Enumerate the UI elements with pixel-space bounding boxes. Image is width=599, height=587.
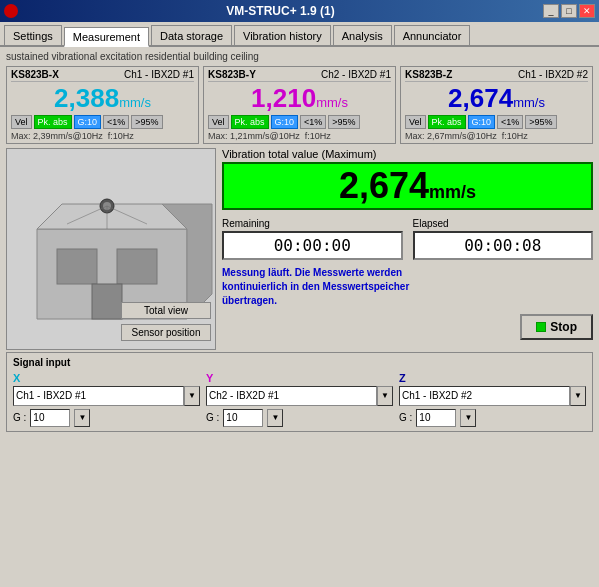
signal-dropdown-btn-z[interactable]: ▼: [570, 386, 586, 406]
signal-col-x: X ▼ G : ▼: [13, 372, 200, 427]
svg-rect-6: [92, 284, 122, 319]
signal-select-x[interactable]: [13, 386, 184, 406]
app-icon: [4, 4, 18, 18]
signal-g-label-z: G :: [399, 412, 412, 423]
sensor-header-y: KS823B-Y Ch2 - IBX2D #1: [208, 69, 391, 82]
stop-label: Stop: [550, 320, 577, 334]
vib-total-box: 2,674mm/s: [222, 162, 593, 210]
signal-g-input-x[interactable]: [30, 409, 70, 427]
signal-g-input-z[interactable]: [416, 409, 456, 427]
remaining-value: 00:00:00: [222, 231, 403, 260]
tab-vibrationhistory[interactable]: Vibration history: [234, 25, 331, 45]
tab-annunciator[interactable]: Annunciator: [394, 25, 471, 45]
sensor-btn-gt95-y[interactable]: >95%: [328, 115, 359, 129]
sensor-header-z: KS823B-Z Ch1 - IBX2D #2: [405, 69, 588, 82]
sensor-btns-z: Vel Pk. abs G:10 <1% >95%: [405, 115, 588, 129]
elapsed-value: 00:00:08: [413, 231, 594, 260]
vib-total-label: Vibration total value (Maximum): [222, 148, 593, 160]
signal-row: X ▼ G : ▼ Y ▼ G :: [13, 372, 586, 427]
vib-total-value: 2,674mm/s: [232, 168, 583, 204]
sensor-btn-g10-y[interactable]: G:10: [271, 115, 299, 129]
minimize-button[interactable]: _: [543, 4, 559, 18]
tab-analysis[interactable]: Analysis: [333, 25, 392, 45]
signal-g-label-y: G :: [206, 412, 219, 423]
building-panel: Total view Sensor position: [6, 148, 216, 350]
stop-btn-row: Stop: [222, 314, 593, 340]
sensor-max-y: Max: 1,21mm/s@10Hz f:10Hz: [208, 131, 391, 141]
sensor-id-y: KS823B-Y: [208, 69, 256, 80]
window-title: VM-STRUC+ 1.9 (1): [18, 4, 543, 18]
sensor-id-z: KS823B-Z: [405, 69, 452, 80]
right-panel: Vibration total value (Maximum) 2,674mm/…: [222, 148, 593, 350]
subtitle: sustained vibrational excitation residen…: [6, 51, 593, 62]
sensor-max-x: Max: 2,39mm/s@10Hz f:10Hz: [11, 131, 194, 141]
sensor-btn-vel-y[interactable]: Vel: [208, 115, 229, 129]
sensor-row: KS823B-X Ch1 - IBX2D #1 2,388mm/s Vel Pk…: [6, 66, 593, 144]
sensor-btn-vel-x[interactable]: Vel: [11, 115, 32, 129]
axis-label-z: Z: [399, 372, 586, 384]
sensor-btn-gt95-x[interactable]: >95%: [131, 115, 162, 129]
signal-g-input-y[interactable]: [223, 409, 263, 427]
signal-g-btn-z[interactable]: ▼: [460, 409, 476, 427]
svg-rect-4: [57, 249, 97, 284]
sensor-box-x: KS823B-X Ch1 - IBX2D #1 2,388mm/s Vel Pk…: [6, 66, 199, 144]
sensor-btn-lt1-x[interactable]: <1%: [103, 115, 129, 129]
signal-dropdown-btn-y[interactable]: ▼: [377, 386, 393, 406]
main-content: sustained vibrational excitation residen…: [0, 47, 599, 436]
signal-select-row-y: ▼: [206, 386, 393, 406]
svg-rect-5: [117, 249, 157, 284]
sensor-btn-g10-x[interactable]: G:10: [74, 115, 102, 129]
signal-g-row-y: G : ▼: [206, 409, 393, 427]
tab-measurement[interactable]: Measurement: [64, 27, 149, 47]
sensor-btn-pkabs-y[interactable]: Pk. abs: [231, 115, 269, 129]
sensor-btn-lt1-y[interactable]: <1%: [300, 115, 326, 129]
sensor-btn-gt95-z[interactable]: >95%: [525, 115, 556, 129]
lower-section: Total view Sensor position Vibration tot…: [6, 148, 593, 350]
signal-input-title: Signal input: [13, 357, 586, 368]
status-message: Messung läuft. Die Messwerte werdenkonti…: [222, 266, 593, 308]
elapsed-label: Elapsed: [413, 218, 594, 229]
signal-g-btn-x[interactable]: ▼: [74, 409, 90, 427]
timing-row: Remaining 00:00:00 Elapsed 00:00:08: [222, 218, 593, 260]
sensor-header-x: KS823B-X Ch1 - IBX2D #1: [11, 69, 194, 82]
signal-select-y[interactable]: [206, 386, 377, 406]
signal-section: Signal input X ▼ G : ▼ Y: [6, 352, 593, 432]
tab-bar: Settings Measurement Data storage Vibrat…: [0, 22, 599, 47]
stop-indicator: [536, 322, 546, 332]
close-button[interactable]: ✕: [579, 4, 595, 18]
sensor-box-z: KS823B-Z Ch1 - IBX2D #2 2,674mm/s Vel Pk…: [400, 66, 593, 144]
signal-g-btn-y[interactable]: ▼: [267, 409, 283, 427]
sensor-max-z: Max: 2,67mm/s@10Hz f:10Hz: [405, 131, 588, 141]
sensor-position-button[interactable]: Sensor position: [121, 324, 211, 341]
stop-button[interactable]: Stop: [520, 314, 593, 340]
sensor-btn-g10-z[interactable]: G:10: [468, 115, 496, 129]
sensor-value-z: 2,674mm/s: [405, 84, 588, 113]
tab-datastorage[interactable]: Data storage: [151, 25, 232, 45]
remaining-box: Remaining 00:00:00: [222, 218, 403, 260]
sensor-ch-x: Ch1 - IBX2D #1: [124, 69, 194, 80]
building-image: Total view Sensor position: [7, 149, 215, 349]
tab-settings[interactable]: Settings: [4, 25, 62, 45]
signal-g-row-z: G : ▼: [399, 409, 586, 427]
total-view-button[interactable]: Total view: [121, 302, 211, 319]
sensor-box-y: KS823B-Y Ch2 - IBX2D #1 1,210mm/s Vel Pk…: [203, 66, 396, 144]
building-svg: [7, 149, 215, 349]
signal-col-y: Y ▼ G : ▼: [206, 372, 393, 427]
sensor-ch-z: Ch1 - IBX2D #2: [518, 69, 588, 80]
signal-select-z[interactable]: [399, 386, 570, 406]
signal-select-row-z: ▼: [399, 386, 586, 406]
elapsed-box: Elapsed 00:00:08: [413, 218, 594, 260]
sensor-btns-x: Vel Pk. abs G:10 <1% >95%: [11, 115, 194, 129]
sensor-btn-lt1-z[interactable]: <1%: [497, 115, 523, 129]
maximize-button[interactable]: □: [561, 4, 577, 18]
remaining-label: Remaining: [222, 218, 403, 229]
title-bar: VM-STRUC+ 1.9 (1) _ □ ✕: [0, 0, 599, 22]
signal-dropdown-btn-x[interactable]: ▼: [184, 386, 200, 406]
sensor-value-x: 2,388mm/s: [11, 84, 194, 113]
sensor-btn-pkabs-z[interactable]: Pk. abs: [428, 115, 466, 129]
signal-g-row-x: G : ▼: [13, 409, 200, 427]
sensor-btn-pkabs-x[interactable]: Pk. abs: [34, 115, 72, 129]
sensor-btn-vel-z[interactable]: Vel: [405, 115, 426, 129]
window-controls: _ □ ✕: [543, 4, 595, 18]
axis-label-y: Y: [206, 372, 393, 384]
